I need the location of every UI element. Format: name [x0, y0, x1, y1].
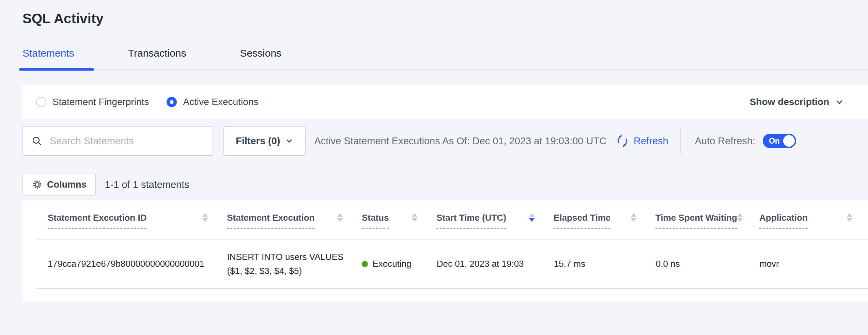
- sql-activity-page: SQL Activity Statements Transactions Ses…: [0, 11, 868, 335]
- sort-icon: [631, 213, 636, 222]
- table-controls: Columns 1-1 of 1 statements: [22, 174, 868, 195]
- page-title: SQL Activity: [22, 11, 868, 26]
- toggle-knob: [783, 135, 795, 147]
- column-header-statement-execution-id[interactable]: Statement Execution ID: [48, 213, 227, 229]
- column-header-application[interactable]: Application: [759, 213, 868, 229]
- column-header-time-spent-waiting[interactable]: Time Spent Waiting: [655, 213, 759, 229]
- search-icon: [31, 135, 42, 146]
- tab-sessions[interactable]: Sessions: [240, 46, 281, 69]
- auto-refresh-control: Auto Refresh: On: [695, 134, 796, 148]
- sort-icon: [337, 213, 343, 222]
- gear-icon: [32, 179, 42, 190]
- sort-icon: [737, 213, 743, 222]
- radio-statement-fingerprints[interactable]: Statement Fingerprints: [36, 97, 149, 107]
- statement-line-2: ($1, $2, $3, $4, $5): [227, 264, 362, 278]
- tab-transactions[interactable]: Transactions: [128, 46, 186, 69]
- show-description-label: Show description: [750, 97, 829, 107]
- cell-start-time: Dec 01, 2023 at 19:03: [437, 259, 554, 269]
- toolbar: Filters (0) Active Statement Executions …: [22, 126, 868, 156]
- sort-icon: [847, 213, 852, 222]
- statements-table: Statement Execution ID Statement Executi…: [22, 200, 868, 301]
- as-of-timestamp: Active Statement Executions As Of: Dec 0…: [314, 135, 607, 147]
- columns-button[interactable]: Columns: [22, 174, 96, 195]
- table-header-row: Statement Execution ID Statement Executi…: [37, 200, 868, 239]
- toolbar-divider: [680, 128, 681, 154]
- tab-statements[interactable]: Statements: [22, 46, 74, 69]
- view-mode-band: Statement Fingerprints Active Executions…: [22, 85, 868, 119]
- radio-active-executions[interactable]: Active Executions: [167, 97, 258, 107]
- filters-button[interactable]: Filters (0): [223, 126, 306, 156]
- sort-icon: [202, 213, 208, 222]
- results-count: 1-1 of 1 statements: [105, 179, 189, 190]
- cell-application: movr: [759, 259, 868, 269]
- auto-refresh-label: Auto Refresh:: [695, 135, 755, 147]
- columns-button-label: Columns: [47, 179, 87, 190]
- cell-time-spent-waiting: 0.0 ns: [656, 259, 759, 269]
- cell-elapsed-time: 15.7 ms: [554, 259, 656, 269]
- chevron-down-icon: [285, 137, 293, 145]
- toggle-state-label: On: [769, 136, 780, 146]
- refresh-label: Refresh: [634, 135, 668, 147]
- sort-desc-icon: [529, 213, 534, 222]
- status-executing-dot-icon: [362, 261, 368, 267]
- column-header-statement-execution[interactable]: Statement Execution: [227, 213, 362, 229]
- status-label: Executing: [372, 259, 411, 269]
- sort-icon: [412, 213, 417, 222]
- column-header-elapsed-time[interactable]: Elapsed Time: [554, 213, 655, 229]
- filters-label: Filters (0): [236, 135, 280, 147]
- statement-line-1: INSERT INTO users VALUES: [227, 250, 362, 264]
- column-header-status[interactable]: Status: [362, 213, 436, 229]
- search-input[interactable]: [50, 135, 204, 147]
- show-description-toggle[interactable]: Show description: [750, 97, 844, 107]
- cell-statement-execution[interactable]: INSERT INTO users VALUES ($1, $2, $3, $4…: [227, 250, 362, 278]
- auto-refresh-toggle[interactable]: On: [763, 134, 796, 148]
- search-box[interactable]: [22, 126, 213, 156]
- radio-unselected-icon: [36, 97, 46, 107]
- radio-label: Active Executions: [183, 97, 258, 107]
- radio-selected-icon: [167, 97, 177, 107]
- chevron-down-icon: [835, 97, 844, 107]
- radio-label: Statement Fingerprints: [52, 97, 149, 107]
- cell-status: Executing: [362, 259, 436, 269]
- cell-execution-id[interactable]: 179cca7921e679b80000000000000001: [48, 259, 227, 269]
- tab-bar: Statements Transactions Sessions: [22, 46, 868, 70]
- column-header-start-time[interactable]: Start Time (UTC): [436, 213, 554, 229]
- view-mode-radio-group: Statement Fingerprints Active Executions: [36, 97, 276, 107]
- refresh-button[interactable]: Refresh: [616, 134, 668, 147]
- refresh-icon: [616, 134, 629, 147]
- table-row: 179cca7921e679b80000000000000001 INSERT …: [37, 239, 868, 289]
